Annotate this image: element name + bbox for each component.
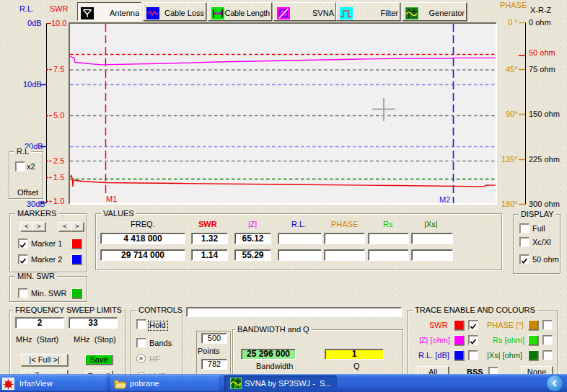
svg-text:M1: M1 [106, 195, 117, 203]
svg-text:M2: M2 [439, 195, 450, 203]
